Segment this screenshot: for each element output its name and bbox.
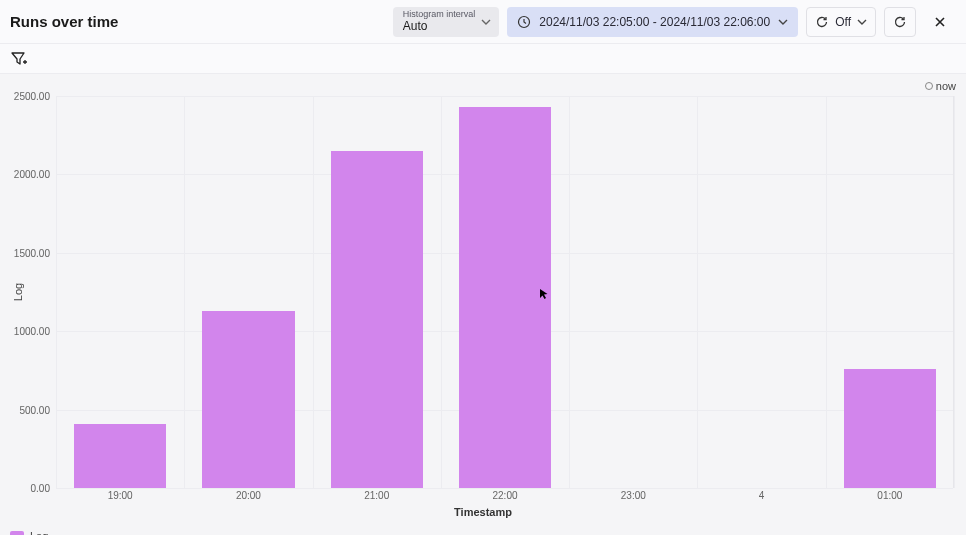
chevron-down-icon	[778, 17, 788, 27]
x-tick-label: 20:00	[236, 490, 261, 501]
histogram-interval-value: Auto	[403, 19, 476, 33]
autorefresh-toggle[interactable]: Off	[806, 7, 876, 37]
bar[interactable]	[844, 369, 936, 488]
x-tick-label: 23:00	[621, 490, 646, 501]
chevron-down-icon	[857, 17, 867, 27]
x-tick-label: 4	[759, 490, 765, 501]
y-axis-title: Log	[12, 283, 24, 301]
chevron-down-icon	[481, 17, 491, 27]
refresh-icon	[815, 15, 829, 29]
refresh-button[interactable]	[884, 7, 916, 37]
page-title: Runs over time	[10, 13, 118, 30]
add-filter-button[interactable]	[10, 50, 28, 68]
bar[interactable]	[331, 151, 423, 488]
bar[interactable]	[459, 107, 551, 488]
x-tick-label: 19:00	[108, 490, 133, 501]
y-tick-label: 2000.00	[10, 169, 50, 180]
y-tick-label: 500.00	[10, 404, 50, 415]
legend: Log	[0, 524, 966, 535]
legend-label: Log	[30, 530, 48, 535]
y-tick-label: 1500.00	[10, 247, 50, 258]
filter-add-icon	[10, 50, 28, 68]
y-tick-label: 2500.00	[10, 91, 50, 102]
close-icon	[933, 15, 947, 29]
x-tick-label: 22:00	[492, 490, 517, 501]
y-tick-label: 1000.00	[10, 326, 50, 337]
autorefresh-label: Off	[835, 15, 851, 29]
histogram-interval-select[interactable]: Histogram interval Auto	[393, 7, 500, 37]
cursor-icon	[539, 288, 549, 300]
clock-icon	[517, 15, 531, 29]
bar[interactable]	[202, 311, 294, 488]
close-button[interactable]	[924, 7, 956, 37]
x-tick-label: 01:00	[877, 490, 902, 501]
y-tick-label: 0.00	[10, 483, 50, 494]
x-axis-title: Timestamp	[8, 506, 958, 518]
bar[interactable]	[74, 424, 166, 488]
histogram-interval-label: Histogram interval	[403, 10, 476, 19]
time-range-picker[interactable]: 2024/11/03 22:05:00 - 2024/11/03 22:06:0…	[507, 7, 798, 37]
refresh-icon	[893, 15, 907, 29]
time-range-text: 2024/11/03 22:05:00 - 2024/11/03 22:06:0…	[539, 15, 770, 29]
now-indicator: now	[925, 80, 956, 92]
chart-plot-area[interactable]: Log 0.00500.001000.001500.002000.002500.…	[56, 96, 954, 488]
x-tick-label: 21:00	[364, 490, 389, 501]
legend-swatch	[10, 531, 24, 535]
